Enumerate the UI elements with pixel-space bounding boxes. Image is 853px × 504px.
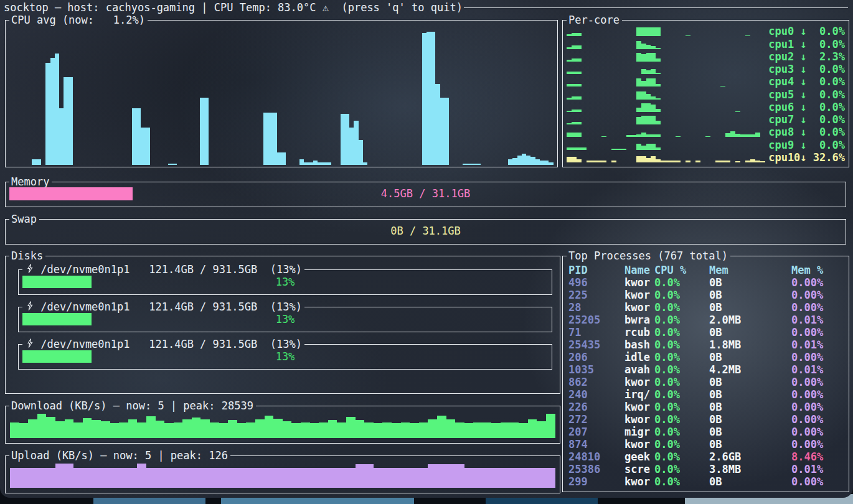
- bar: [656, 73, 661, 74]
- bar: [346, 468, 356, 488]
- app-title-text: socktop — host: cachyos-gaming | CPU Tem…: [4, 1, 463, 14]
- core-row: cpu10↓ 32.6%: [567, 151, 846, 164]
- bar: [119, 422, 128, 438]
- bar: [666, 161, 671, 162]
- cell: 0.00%: [791, 351, 845, 363]
- bar: [200, 468, 210, 488]
- bar: [445, 98, 449, 165]
- cell: 0B: [709, 351, 791, 363]
- cell: 25386: [568, 463, 624, 475]
- cpu-avg-panel: CPU avg (now: 1.2%): [5, 20, 558, 167]
- cell: 1035: [568, 363, 624, 376]
- process-row: 225kwor0.0%0B0.00%: [568, 289, 845, 301]
- bar: [419, 468, 428, 488]
- cell: 0.0%: [654, 338, 709, 351]
- bar: [577, 58, 582, 62]
- bar: [164, 468, 174, 488]
- bar: [510, 468, 519, 488]
- bar: [50, 58, 55, 165]
- bar: [174, 468, 183, 488]
- bar: [646, 70, 651, 74]
- bar: [291, 423, 301, 438]
- bar: [656, 48, 661, 49]
- bar: [145, 128, 149, 165]
- bar: [137, 464, 146, 488]
- cell: 0.01%: [791, 463, 845, 475]
- core-row: cpu6 ↓ 0.0%: [567, 101, 846, 113]
- column-header: Mem %: [791, 264, 845, 276]
- bar: [19, 423, 29, 438]
- bar: [725, 133, 730, 138]
- process-row: 207migr0.0%0B0.00%: [568, 426, 845, 438]
- cell: 28: [568, 301, 624, 314]
- bar: [626, 135, 631, 137]
- core-sparkline: [567, 152, 765, 162]
- core-label: cpu6 ↓ 0.0%: [768, 101, 845, 113]
- bar: [641, 91, 646, 99]
- cell: 0.0%: [654, 413, 709, 426]
- cell: 0.00%: [791, 301, 845, 314]
- process-row: 862kwor0.0%0B0.00%: [568, 376, 845, 388]
- cell: 0.0%: [654, 276, 709, 289]
- cell: kwor: [624, 413, 654, 426]
- cell: kwor: [624, 475, 654, 488]
- cell: 0.0%: [654, 388, 709, 401]
- process-table-header: PIDNameCPU %MemMem %: [568, 264, 845, 276]
- cell: 0B: [709, 388, 791, 401]
- processes-title: Top Processes (767 total): [567, 250, 730, 262]
- cell: 25205: [568, 314, 624, 326]
- bar: [228, 468, 237, 488]
- bar: [327, 162, 331, 165]
- bar: [359, 140, 363, 165]
- bar: [636, 156, 641, 162]
- bar: [491, 468, 501, 488]
- bar: [374, 423, 383, 438]
- cell: bwra: [624, 314, 654, 326]
- bar: [455, 422, 464, 438]
- bar: [146, 468, 156, 488]
- process-row: 874kwor0.0%0B0.00%: [568, 438, 845, 450]
- bar: [472, 164, 476, 165]
- bar: [136, 108, 141, 165]
- cell: 0.0%: [654, 376, 709, 388]
- process-row: 206idle0.0%0B0.00%: [568, 351, 845, 363]
- process-row: 28kwor0.0%0B0.00%: [568, 301, 845, 314]
- bar: [544, 161, 549, 165]
- bar: [101, 421, 110, 438]
- bar: [572, 84, 577, 86]
- bar: [328, 468, 337, 488]
- bar: [530, 157, 535, 165]
- bar: [65, 464, 74, 488]
- core-row: cpu2 ↓ 2.3%: [567, 50, 846, 63]
- cell: 0.0%: [654, 463, 709, 475]
- cell: 0.0%: [654, 450, 709, 463]
- bar: [410, 423, 419, 438]
- bar: [10, 422, 19, 438]
- cell: kwor: [624, 401, 654, 413]
- bar: [382, 422, 392, 438]
- bar: [156, 421, 165, 438]
- core-sparkline: [567, 127, 765, 137]
- bar: [110, 423, 120, 438]
- process-row: 226kwor0.0%0B0.00%: [568, 401, 845, 413]
- bar: [641, 54, 646, 61]
- terminal-window[interactable]: socktop — host: cachyos-gaming | CPU Tem…: [0, 0, 853, 498]
- bar: [745, 161, 750, 162]
- bar: [219, 423, 229, 438]
- bar: [246, 422, 255, 438]
- bar: [686, 35, 690, 36]
- bar: [128, 468, 138, 488]
- core-label: cpu5 ↓ 0.0%: [768, 89, 845, 101]
- core-label: cpu2 ↓ 2.3%: [768, 51, 845, 63]
- bar: [577, 45, 582, 49]
- bar: [567, 111, 572, 112]
- cell: 0.00%: [791, 475, 845, 488]
- bar: [572, 72, 577, 74]
- bar: [46, 468, 55, 488]
- core-label: cpu7 ↓ 0.0%: [768, 114, 845, 126]
- bar: [656, 27, 661, 36]
- bar: [528, 468, 537, 488]
- bar: [431, 32, 435, 165]
- bar: [141, 128, 145, 165]
- cell: 207: [568, 426, 624, 438]
